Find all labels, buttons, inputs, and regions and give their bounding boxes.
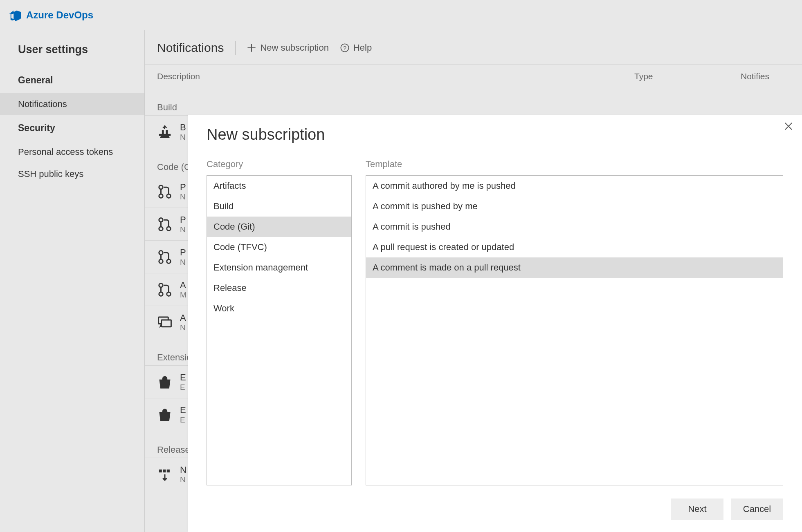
close-icon [784,122,793,131]
sidebar-title: User settings [0,39,144,67]
row-title: E [180,372,186,383]
svg-point-13 [167,292,171,296]
page-title: Notifications [157,41,236,55]
sidebar-section-general: General [0,67,144,93]
row-text: AN [180,313,186,332]
pr-icon [157,282,173,297]
svg-point-5 [159,218,163,222]
row-title: P [180,247,186,258]
category-option[interactable]: Release [207,278,351,298]
row-sub: N [180,192,186,201]
template-option[interactable]: A comment is made on a pull request [366,257,783,278]
new-subscription-button[interactable]: New subscription [247,42,329,53]
row-title: E [180,405,186,416]
row-sub: N [180,475,186,484]
svg-point-7 [167,226,171,230]
sidebar-item-ssh-public-keys[interactable]: SSH public keys [0,163,144,185]
row-text: PN [180,182,186,201]
category-option[interactable]: Code (TFVC) [207,237,351,257]
row-text: AM [180,280,186,300]
svg-point-11 [159,283,163,287]
row-text: EE [180,405,186,425]
table-header: Description Type Notifies [145,65,802,88]
row-title: A [180,280,186,291]
brand[interactable]: Azure DevOps [9,9,93,21]
row-text: EE [180,372,186,392]
svg-rect-18 [167,469,170,472]
sidebar: User settings General Notifications Secu… [0,30,145,532]
dialog-footer: Next Cancel [207,498,783,520]
row-title: B [180,122,186,133]
template-listbox[interactable]: A commit authored by me is pushedA commi… [366,175,783,485]
category-label: Category [207,159,352,170]
row-title: P [180,182,186,192]
pr-icon [157,249,173,265]
next-button[interactable]: Next [671,498,723,520]
bag-icon [157,407,173,422]
brand-text: Azure DevOps [26,9,93,21]
svg-point-12 [159,292,163,296]
category-option[interactable]: Build [207,196,351,217]
row-title: A [180,313,186,323]
svg-point-8 [159,250,163,255]
sidebar-section-security: Security [0,115,144,141]
template-label: Template [366,159,783,170]
row-sub: N [180,133,186,142]
cancel-button[interactable]: Cancel [731,498,783,520]
pr-icon [157,184,173,199]
row-text: NN [180,465,186,484]
row-text: PN [180,215,186,234]
template-option[interactable]: A commit authored by me is pushed [366,176,783,196]
row-sub: E [180,383,186,392]
svg-text:?: ? [343,45,346,51]
category-option[interactable]: Code (Git) [207,217,351,237]
bag-icon [157,374,173,390]
col-description: Description [157,72,634,81]
topbar: Azure DevOps [0,0,802,30]
row-sub: N [180,323,186,332]
svg-point-9 [159,259,163,263]
new-subscription-label: New subscription [260,42,329,53]
dialog-title: New subscription [207,126,783,143]
row-sub: E [180,416,186,425]
row-sub: N [180,225,186,234]
svg-point-3 [159,194,163,198]
help-button[interactable]: ? Help [340,42,372,53]
svg-rect-15 [162,320,171,327]
row-text: BN [180,122,186,142]
group-label: Build [145,88,802,115]
help-label: Help [353,42,372,53]
new-subscription-dialog: New subscription Category ArtifactsBuild… [188,115,802,532]
col-type: Type [634,72,741,81]
sidebar-item-personal-access-tokens[interactable]: Personal access tokens [0,141,144,163]
template-option[interactable]: A commit is pushed [366,217,783,237]
category-option[interactable]: Extension management [207,257,351,278]
template-option[interactable]: A pull request is created or updated [366,237,783,257]
category-option[interactable]: Work [207,298,351,319]
svg-point-6 [159,226,163,230]
build-icon [157,124,173,140]
row-sub: N [180,258,186,267]
svg-rect-16 [159,469,162,472]
main-header: Notifications New subscription ? Help [145,30,802,65]
help-icon: ? [340,43,349,52]
azure-devops-icon [9,9,21,21]
row-title: N [180,465,186,475]
svg-rect-17 [163,469,166,472]
sidebar-item-notifications[interactable]: Notifications [0,93,144,115]
svg-point-2 [159,185,163,189]
category-listbox[interactable]: ArtifactsBuildCode (Git)Code (TFVC)Exten… [207,175,352,485]
comment-icon [157,315,173,330]
plus-icon [247,43,256,52]
col-notifies: Notifies [741,72,790,81]
svg-point-4 [167,194,171,198]
category-option[interactable]: Artifacts [207,176,351,196]
template-option[interactable]: A commit is pushed by me [366,196,783,217]
close-button[interactable] [784,122,793,133]
row-title: P [180,215,186,225]
pr-icon [157,217,173,232]
row-text: PN [180,247,186,267]
release-icon [157,467,173,482]
svg-point-10 [167,259,171,263]
row-sub: M [180,291,186,300]
